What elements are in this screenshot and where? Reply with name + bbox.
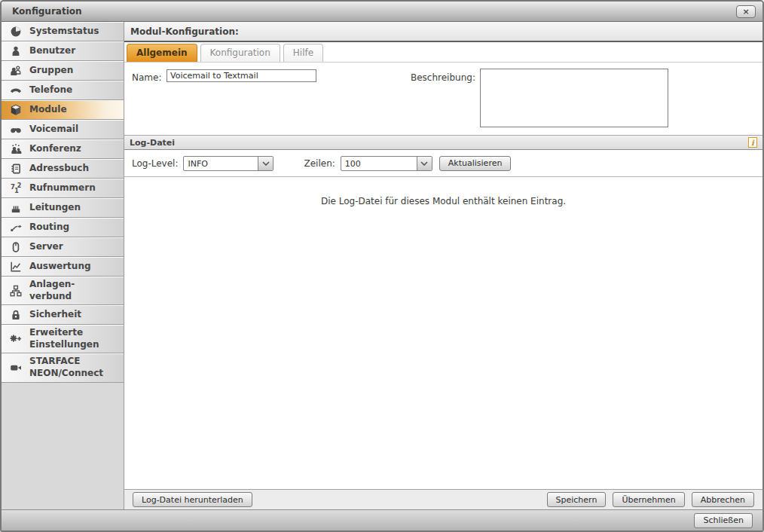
refresh-button[interactable]: Aktualisieren — [439, 156, 512, 171]
description-textarea[interactable] — [480, 69, 668, 127]
name-input[interactable] — [167, 69, 316, 82]
konfiguration-window: Konfiguration × SystemstatusBenutzerGrup… — [0, 0, 764, 532]
log-level-value: INFO — [184, 157, 211, 170]
tab-konfiguration[interactable]: Konfiguration — [200, 44, 280, 62]
sidebar-item-konferenz[interactable]: Konferenz — [2, 139, 124, 159]
sidebar-item-label: Konferenz — [25, 143, 81, 155]
sidebar-item-rufnummern[interactable]: 712Rufnummern — [2, 179, 124, 198]
server-icon — [7, 241, 25, 253]
sidebar-item-starface-neon-connect[interactable]: STARFACE NEON/Connect — [2, 353, 124, 382]
abbrechen-button[interactable]: Abbrechen — [692, 492, 754, 507]
chevron-down-icon — [417, 157, 432, 170]
tab-hilfe[interactable]: Hilfe — [283, 44, 323, 62]
sidebar: SystemstatusBenutzerGruppenTelefoneModul… — [2, 22, 124, 509]
chevron-down-icon — [258, 157, 273, 170]
user-icon — [7, 45, 25, 57]
sidebar-item-label: Server — [25, 241, 63, 253]
users-icon — [7, 65, 25, 77]
sidebar-item-label: Auswertung — [25, 261, 91, 273]
download-log-button[interactable]: Log-Datei herunterladen — [133, 492, 252, 507]
log-controls: Log-Level: INFO Zeilen: 100 Aktualisiere… — [124, 150, 762, 177]
sidebar-item-benutzer[interactable]: Benutzer — [2, 41, 124, 61]
action-buttons: SpeichernÜbernehmenAbbrechen — [547, 492, 754, 507]
content-footer: Log-Datei herunterladen SpeichernÜberneh… — [124, 489, 762, 509]
lines-value: 100 — [341, 157, 365, 170]
sidebar-item-label: Sicherheit — [25, 309, 81, 321]
lines-icon — [7, 202, 25, 214]
sidebar-item-label: Gruppen — [25, 65, 73, 77]
sidebar-item-leitungen[interactable]: Leitungen — [2, 198, 124, 218]
video-camera-icon — [7, 362, 25, 374]
lock-icon — [7, 309, 25, 321]
description-label: Beschreibung: — [411, 72, 475, 83]
content-header: Modul-Konfiguration: — [124, 22, 762, 42]
svg-text:2: 2 — [17, 182, 22, 189]
sidebar-item-adressbuch[interactable]: Adressbuch — [2, 159, 124, 179]
general-form: Name: Beschreibung: — [124, 63, 762, 135]
sidebar-item-auswertung[interactable]: Auswertung — [2, 257, 124, 277]
numbers-icon: 712 — [7, 182, 25, 194]
sidebar-item-routing[interactable]: Routing — [2, 218, 124, 237]
sidebar-item-gruppen[interactable]: Gruppen — [2, 61, 124, 81]
voicemail-icon — [7, 124, 25, 136]
system-status-icon — [7, 26, 25, 38]
info-icon[interactable]: i — [748, 137, 757, 148]
sidebar-item-systemstatus[interactable]: Systemstatus — [2, 22, 124, 41]
sidebar-item-label: Voicemail — [25, 124, 78, 136]
lines-select[interactable]: 100 — [341, 156, 432, 171]
lines-label: Zeilen: — [304, 158, 335, 169]
title-bar: Konfiguration × — [2, 2, 762, 22]
sidebar-item-label: Benutzer — [25, 45, 75, 57]
sidebar-item-module[interactable]: Module — [2, 100, 124, 120]
sidebar-item-label: Telefone — [25, 84, 72, 96]
page-title: Modul-Konfiguration: — [130, 26, 239, 37]
window-title: Konfiguration — [8, 6, 82, 17]
sidebar-item-label: Erweiterte Einstellungen — [25, 327, 99, 350]
sidebar-item-erweiterte-einstellungen[interactable]: Erweiterte Einstellungen — [2, 325, 124, 353]
sidebar-item-label: Adressbuch — [25, 163, 89, 175]
sidebar-item-sicherheit[interactable]: Sicherheit — [2, 305, 124, 325]
sidebar-item-telefone[interactable]: Telefone — [2, 81, 124, 100]
log-file-section-title: Log-Datei — [130, 138, 175, 148]
sidebar-item-anlagenverbund[interactable]: Anlagen- verbund — [2, 277, 124, 305]
content-panel: Modul-Konfiguration: AllgemeinKonfigurat… — [124, 22, 762, 509]
sidebar-filler — [2, 383, 124, 509]
log-empty-message: Die Log-Datei für dieses Modul enthält k… — [321, 196, 566, 206]
main-area: SystemstatusBenutzerGruppenTelefoneModul… — [2, 22, 762, 509]
speichern-button[interactable]: Speichern — [547, 492, 607, 507]
window-footer: Schließen — [2, 509, 762, 530]
chart-icon — [7, 261, 25, 273]
window-close-button[interactable]: × — [736, 5, 756, 18]
sidebar-item-voicemail[interactable]: Voicemail — [2, 120, 124, 139]
address-book-icon — [7, 163, 25, 175]
log-level-label: Log-Level: — [132, 158, 178, 169]
phone-icon — [7, 84, 25, 96]
close-window-button[interactable]: Schließen — [694, 513, 753, 528]
sidebar-item-label: Routing — [25, 222, 69, 234]
tab-bar: AllgemeinKonfigurationHilfe — [124, 42, 762, 63]
uebernehmen-button[interactable]: Übernehmen — [613, 492, 684, 507]
log-level-select[interactable]: INFO — [183, 156, 274, 171]
conference-icon — [7, 143, 25, 155]
sidebar-item-label: Rufnummern — [25, 182, 96, 194]
gear-plus-icon — [7, 333, 25, 345]
sidebar-item-label: Anlagen- verbund — [25, 279, 75, 302]
sidebar-item-server[interactable]: Server — [2, 237, 124, 257]
sidebar-item-label: Module — [25, 104, 67, 116]
network-icon — [7, 285, 25, 297]
sidebar-item-label: Leitungen — [25, 202, 81, 214]
log-output-area: Die Log-Datei für dieses Modul enthält k… — [124, 177, 762, 489]
routing-icon — [7, 222, 25, 234]
tab-allgemein[interactable]: Allgemein — [127, 44, 197, 62]
sidebar-item-label: STARFACE NEON/Connect — [25, 356, 103, 379]
name-label: Name: — [132, 72, 161, 83]
log-file-section-header: Log-Datei i — [124, 135, 762, 150]
sidebar-item-label: Systemstatus — [25, 26, 99, 38]
cube-icon — [7, 104, 25, 116]
